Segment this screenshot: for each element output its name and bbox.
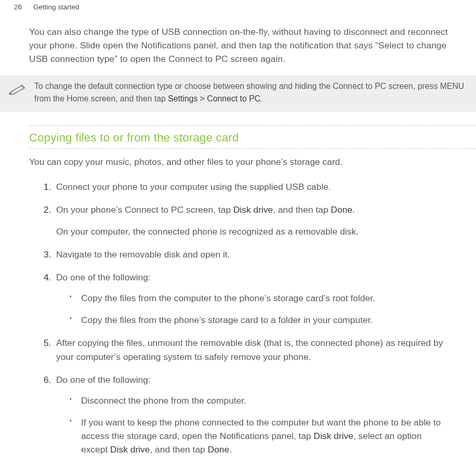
page-content: You can also change the type of USB conn… xyxy=(0,12,476,456)
page-number: 26 xyxy=(14,2,22,12)
step-4-bullets: Copy the files from the computer to the … xyxy=(56,291,459,327)
step-3-text: Navigate to the removable disk and open … xyxy=(56,249,230,260)
page-header: 26 Getting started xyxy=(0,0,476,12)
note-post: . xyxy=(260,94,262,103)
step-2-mid: , and then tap xyxy=(273,204,330,215)
step-4-bullet-2: Copy the files from the phone’s storage … xyxy=(81,313,459,327)
step-3: Navigate to the removable disk and open … xyxy=(56,248,476,261)
s6b2-bold3: Done xyxy=(208,444,230,455)
section-title: Copying files to or from the storage car… xyxy=(29,129,476,146)
step-2-pre: On your phone’s Connect to PC screen, ta… xyxy=(56,204,233,215)
note-bold: Settings > Connect to PC xyxy=(168,94,260,103)
step-2-bold1: Disk drive xyxy=(233,204,273,215)
step-6-bullets: Disconnect the phone from the computer. … xyxy=(56,394,459,456)
step-1-text: Connect your phone to your computer usin… xyxy=(56,182,331,192)
note-text: To change the default connection type or… xyxy=(34,80,467,106)
section-intro: You can copy your music, photos, and oth… xyxy=(29,155,476,169)
step-1: Connect your phone to your computer usin… xyxy=(56,180,476,193)
step-6-bullet-2: If you want to keep the phone connected … xyxy=(81,416,459,456)
s6b2-bold1: Disk drive xyxy=(314,431,353,441)
step-5-text: After copying the files, unmount the rem… xyxy=(56,338,443,361)
step-4-text: Do one of the following: xyxy=(56,272,151,282)
step-2-bold2: Done xyxy=(330,204,352,215)
steps-list: Connect your phone to your computer usin… xyxy=(29,180,476,457)
step-4: Do one of the following: Copy the files … xyxy=(56,270,476,327)
pencil-icon xyxy=(7,82,27,96)
step-2: On your phone’s Connect to PC screen, ta… xyxy=(56,203,476,238)
step-6-bullet-1: Disconnect the phone from the computer. xyxy=(81,394,459,407)
step-2-sub: On your computer, the connected phone is… xyxy=(56,225,459,238)
step-2-post: . xyxy=(352,204,355,215)
step-6-text: Do one of the following: xyxy=(56,374,151,385)
chapter-title: Getting started xyxy=(33,2,80,12)
step-6: Do one of the following: Disconnect the … xyxy=(56,373,476,457)
step-5: After copying the files, unmount the rem… xyxy=(56,336,476,363)
divider-top xyxy=(29,125,476,126)
s6b2-mid2: , and then tap xyxy=(150,444,207,455)
s6b2-bold2: Disk drive xyxy=(110,444,150,455)
divider-bottom xyxy=(29,148,476,149)
s6b2-post: . xyxy=(229,444,232,455)
step-4-bullet-1: Copy the files from the computer to the … xyxy=(81,291,459,305)
intro-paragraph: You can also change the type of USB conn… xyxy=(29,25,476,66)
note-box: To change the default connection type or… xyxy=(0,75,476,112)
